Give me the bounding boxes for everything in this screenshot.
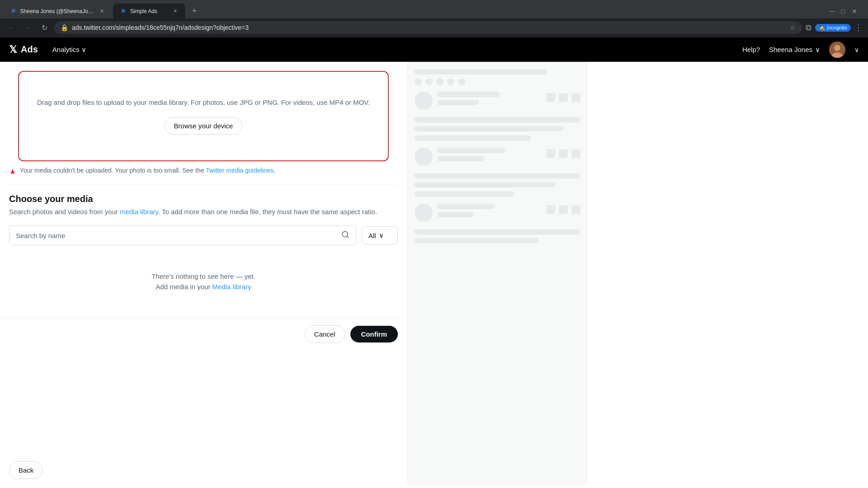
skeleton-block-1 <box>415 69 580 85</box>
address-bar[interactable]: 🔒 ads.twitter.com/simpleads/18ce55njq7n/… <box>54 21 802 34</box>
cancel-button[interactable]: Cancel <box>305 325 345 343</box>
skeleton-icon-7 <box>546 205 555 214</box>
skeleton-icon-2 <box>559 93 568 102</box>
user-menu[interactable]: Sheena Jones ∨ <box>769 46 820 54</box>
skeleton-dot-3 <box>436 78 443 85</box>
empty-line2: Add media in your Media library <box>18 283 389 291</box>
refresh-button[interactable]: ↻ <box>38 21 51 34</box>
error-text-start: Your media couldn't be uploaded. Your ph… <box>20 167 206 174</box>
skeleton-icon-8 <box>559 205 568 214</box>
back-button-container: Back <box>9 461 43 479</box>
section-divider <box>9 184 398 185</box>
empty-state: There's nothing to see here — yet. Add m… <box>9 254 398 309</box>
skeleton-dot-1 <box>415 78 422 85</box>
tab-sheena-jones[interactable]: ✕ Sheena Jones (@SheenaJone4... ✕ <box>4 4 112 19</box>
menu-icon[interactable]: ⋮ <box>854 23 863 33</box>
main-layout: Drag and drop files to upload to your me… <box>0 62 868 485</box>
new-tab-button[interactable]: + <box>188 5 201 18</box>
empty-line2-start: Add media in your <box>156 283 212 291</box>
url-text: ads.twitter.com/simpleads/18ce55njq7n/ad… <box>72 24 786 31</box>
tab1-label: Sheena Jones (@SheenaJone4... <box>20 8 94 14</box>
address-bar-row: ← → ↻ 🔒 ads.twitter.com/simpleads/18ce55… <box>0 19 868 38</box>
user-chevron: ∨ <box>815 46 820 54</box>
choose-media-desc: Search photos and videos from your media… <box>9 207 398 216</box>
user-name: Sheena Jones <box>769 46 812 53</box>
filter-dropdown[interactable]: All ∨ <box>362 226 398 244</box>
incognito-badge: 🕵 Incognito <box>815 24 851 32</box>
skeleton-avatar-3 <box>415 204 433 222</box>
skeleton-dots-2 <box>546 93 580 102</box>
skeleton-line-2 <box>437 92 500 97</box>
skeleton-lines-2 <box>437 148 542 166</box>
browser-chrome: ✕ Sheena Jones (@SheenaJone4... ✕ ✕ Simp… <box>0 0 868 38</box>
extensions-icon[interactable]: ⧉ <box>806 23 811 33</box>
svg-point-1 <box>834 45 840 51</box>
skeleton-row-2 <box>415 148 580 166</box>
skeleton-lines-3 <box>437 204 542 222</box>
ads-label: Ads <box>21 44 38 55</box>
star-icon[interactable]: ☆ <box>790 24 796 31</box>
media-library-empty-link[interactable]: Media library <box>212 283 251 291</box>
skeleton-line-1 <box>415 69 547 75</box>
skeleton-line-6 <box>415 135 531 141</box>
skeleton-line-10 <box>415 182 556 188</box>
tab1-close[interactable]: ✕ <box>98 7 106 15</box>
minimize-button[interactable]: ─ <box>830 8 837 15</box>
choose-media-title: Choose your media <box>9 194 398 204</box>
browse-device-button[interactable]: Browse your device <box>165 117 243 135</box>
skeleton-icon-9 <box>571 205 580 214</box>
maximize-button[interactable]: □ <box>841 8 848 15</box>
skeleton-line-7 <box>437 148 505 153</box>
confirm-button[interactable]: Confirm <box>350 326 398 343</box>
close-window-button[interactable]: ✕ <box>852 8 859 15</box>
desc-start: Search photos and videos from your <box>9 208 120 216</box>
address-bar-actions: ⧉ 🕵 Incognito ⋮ <box>806 23 863 33</box>
skeleton-line-11 <box>415 191 514 197</box>
tab2-favicon: ✕ <box>119 8 127 15</box>
avatar[interactable] <box>829 42 845 58</box>
incognito-icon: 🕵 <box>819 25 825 31</box>
search-icon <box>341 230 349 240</box>
skeleton-dot-2 <box>425 78 433 85</box>
tab-bar: ✕ Sheena Jones (@SheenaJone4... ✕ ✕ Simp… <box>0 0 868 19</box>
skeleton-icon-3 <box>571 93 580 102</box>
choose-media-section: Choose your media Search photos and vide… <box>0 194 407 309</box>
analytics-button[interactable]: Analytics ∨ <box>52 46 86 54</box>
upload-zone: Drag and drop files to upload to your me… <box>18 71 389 161</box>
filter-chevron: ∨ <box>379 231 384 239</box>
back-nav-button[interactable]: ← <box>5 21 18 34</box>
incognito-label: Incognito <box>827 25 847 30</box>
twitter-guidelines-link[interactable]: Twitter media guidelines <box>206 167 274 174</box>
account-chevron[interactable]: ∨ <box>854 46 859 53</box>
help-link[interactable]: Help? <box>742 46 760 53</box>
skeleton-line-8 <box>437 156 484 161</box>
back-button[interactable]: Back <box>9 461 43 479</box>
lock-icon: 🔒 <box>61 24 68 31</box>
empty-line1: There's nothing to see here — yet. <box>18 272 389 280</box>
upload-description: Drag and drop files to upload to your me… <box>37 98 370 108</box>
avatar-image <box>829 42 845 58</box>
skeleton-dot-5 <box>458 78 465 85</box>
content-area: Drag and drop files to upload to your me… <box>0 62 407 485</box>
search-input-wrap[interactable] <box>9 225 356 245</box>
tab1-favicon: ✕ <box>10 8 17 15</box>
error-message: ▲ Your media couldn't be uploaded. Your … <box>9 167 398 175</box>
header-right: Help? Sheena Jones ∨ ∨ <box>742 42 859 58</box>
media-library-link[interactable]: media library <box>120 208 158 216</box>
skeleton-row-1 <box>415 92 580 110</box>
error-text-end: . <box>274 167 275 174</box>
skeleton-icon-4 <box>546 149 555 158</box>
analytics-chevron: ∨ <box>81 46 86 54</box>
skeleton-dots-1 <box>415 78 580 85</box>
app-header: 𝕏 Ads Analytics ∨ Help? Sheena Jones ∨ ∨ <box>0 38 868 62</box>
skeleton-line-15 <box>415 238 539 244</box>
tab-simple-ads[interactable]: ✕ Simple Ads ✕ <box>113 4 185 19</box>
twitter-x-logo: 𝕏 <box>9 44 17 56</box>
tab2-close[interactable]: ✕ <box>171 7 179 15</box>
svg-line-4 <box>347 236 348 237</box>
footer-row: Cancel Confirm <box>0 318 407 350</box>
forward-nav-button[interactable]: → <box>22 21 34 34</box>
skeleton-icon-5 <box>559 149 568 158</box>
search-input[interactable] <box>16 232 338 239</box>
tab2-label: Simple Ads <box>130 8 157 14</box>
